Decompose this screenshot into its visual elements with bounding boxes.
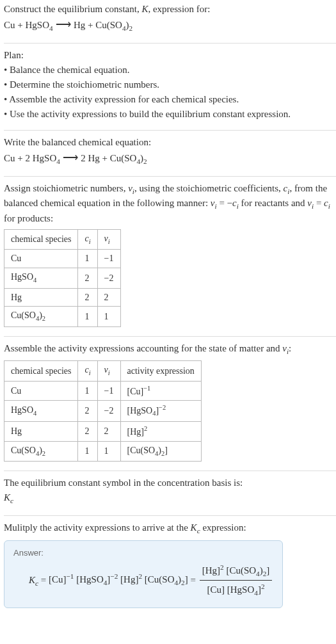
text: [Hg] xyxy=(202,565,220,576)
table-row: HgSO4 2 −2 [HgSO4]−2 xyxy=(4,401,202,422)
answer-box: Answer: Kc = [Cu]−1 [HgSO4]−2 [Hg]2 [Cu(… xyxy=(4,540,283,609)
subscript: 2 xyxy=(143,157,147,165)
text: Cu(SO xyxy=(11,310,36,320)
coefficient: 2 xyxy=(25,153,32,163)
col-nui: νi xyxy=(97,230,120,250)
fraction-denominator: [Cu] [HgSO4]2 xyxy=(200,580,273,599)
text: ] xyxy=(164,446,168,455)
arrow-icon: ⟶ xyxy=(53,19,74,31)
subscript: 4 xyxy=(33,277,36,284)
cell-species: HgSO4 xyxy=(4,268,78,288)
cell-ci: 1 xyxy=(78,381,97,400)
kc-symbol-intro: The equilibrium constant symbol in the c… xyxy=(4,476,336,490)
plus: + xyxy=(85,20,95,30)
text: Cu(SO xyxy=(95,20,122,30)
cell-species: Hg xyxy=(4,288,78,307)
var-K: K xyxy=(141,4,148,14)
superscript: 2 xyxy=(144,425,147,432)
plan-section: Plan: • Balance the chemical equation. •… xyxy=(4,43,336,121)
stoichiometric-table: chemical species ci νi Cu 1 −1 HgSO4 2 −… xyxy=(4,229,121,327)
plan-bullet-1: • Balance the chemical equation. xyxy=(4,63,336,77)
cell-ci: 2 xyxy=(78,401,97,422)
table-row: Cu 1 −1 xyxy=(4,250,121,268)
text: , using the stoichiometric coefficients, xyxy=(134,183,284,193)
cell-activity: [HgSO4]−2 xyxy=(120,401,201,422)
multiply-intro: Mulitply the activity expressions to arr… xyxy=(4,521,336,536)
col-activity: activity expression xyxy=(120,361,201,381)
activity-table: chemical species ci νi activity expressi… xyxy=(4,360,202,462)
assign-intro: Assign stoichiometric numbers, νi, using… xyxy=(4,182,336,226)
cell-nui: −2 xyxy=(97,401,120,422)
plan-bullet-4: • Use the activity expressions to build … xyxy=(4,108,336,121)
cell-ci: 1 xyxy=(78,307,97,326)
cell-nui: 1 xyxy=(97,441,120,461)
text: [HgSO xyxy=(76,574,104,584)
cell-nui: −2 xyxy=(97,268,120,288)
text: Assemble the activity expressions accoun… xyxy=(4,343,282,353)
text: HgSO xyxy=(25,20,49,30)
fraction-numerator: [Hg]2 [Cu(SO4)2] xyxy=(200,563,273,581)
col-ci: ci xyxy=(78,230,97,250)
superscript: −1 xyxy=(66,572,74,580)
unbalanced-equation: Cu + HgSO4 ⟶ Hg + Cu(SO4)2 xyxy=(4,17,336,34)
var-nu: ν xyxy=(307,198,312,208)
species-CuSO42: Cu(SO4)2 xyxy=(95,20,132,30)
species-Hg: Hg xyxy=(74,20,85,30)
superscript: −2 xyxy=(159,404,166,411)
text: ] xyxy=(266,565,269,576)
cell-nui: 1 xyxy=(97,307,120,326)
term-Hg: [Hg]2 xyxy=(120,574,142,584)
text: expression: xyxy=(200,522,246,533)
text: [Cu(SO xyxy=(127,446,156,455)
text: = − xyxy=(217,198,232,208)
cell-nui: −1 xyxy=(97,381,120,400)
text: HgSO xyxy=(33,153,57,163)
cell-ci: 2 xyxy=(78,268,97,288)
cell-species: Cu xyxy=(4,250,78,268)
cell-species: HgSO4 xyxy=(4,401,78,422)
text: HgSO xyxy=(11,405,33,415)
species-Cu: Cu xyxy=(4,153,15,163)
subscript: 2 xyxy=(42,449,45,456)
col-species: chemical species xyxy=(4,361,78,381)
text: HgSO xyxy=(11,272,33,282)
balanced-section: Write the balanced chemical equation: Cu… xyxy=(4,130,336,167)
table-header-row: chemical species ci νi activity expressi… xyxy=(4,361,202,381)
term-Cu: [Cu] xyxy=(207,584,225,595)
col-species: chemical species xyxy=(4,230,78,250)
species-Hg: Hg xyxy=(88,153,99,163)
balanced-intro: Write the balanced chemical equation: xyxy=(4,136,336,149)
answer-label: Answer: xyxy=(13,547,273,559)
text: for products: xyxy=(4,213,53,223)
term-CuSO42: [Cu(SO4)2] xyxy=(226,565,269,576)
cell-activity: [Cu]−1 xyxy=(120,381,201,400)
species-CuSO42: Cu(SO4)2 xyxy=(110,153,147,163)
subscript: i xyxy=(108,369,110,376)
cell-ci: 1 xyxy=(78,250,97,268)
subscript: i xyxy=(89,369,91,376)
subscript: i xyxy=(89,238,91,245)
cell-ci: 1 xyxy=(78,441,97,461)
text: [Cu] xyxy=(127,387,144,396)
cell-nui: −1 xyxy=(97,250,120,268)
arrow-icon: ⟶ xyxy=(60,152,81,164)
term-Hg: [Hg]2 xyxy=(202,565,224,576)
prompt-line1: Construct the equilibrium constant, K, e… xyxy=(4,3,336,16)
table-header-row: chemical species ci νi xyxy=(4,230,121,250)
subscript: c xyxy=(10,497,13,504)
superscript: 2 xyxy=(261,583,265,590)
assign-section: Assign stoichiometric numbers, νi, using… xyxy=(4,176,336,327)
species-HgSO4: HgSO4 xyxy=(33,153,60,163)
kc-symbol-section: The equilibrium constant symbol in the c… xyxy=(4,471,336,506)
text: = xyxy=(314,198,324,208)
var-c: c xyxy=(232,198,237,208)
text: [HgSO xyxy=(227,584,255,595)
text: , expression for: xyxy=(148,4,210,14)
cell-species: Hg xyxy=(4,422,78,441)
text: : xyxy=(289,343,291,353)
cell-species: Cu xyxy=(4,381,78,400)
text: [Cu(SO xyxy=(226,565,256,576)
superscript: −1 xyxy=(143,385,150,392)
cell-nui: 2 xyxy=(97,422,120,441)
var-K: K xyxy=(191,522,197,533)
